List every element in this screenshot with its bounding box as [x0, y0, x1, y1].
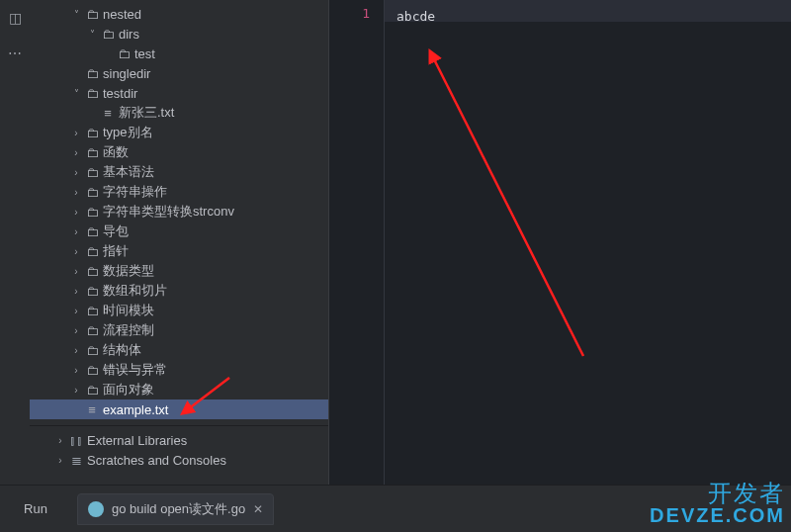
tree-row[interactable]: ›🗀字符串类型转换strconv — [30, 202, 328, 222]
tree-item-label: nested — [101, 7, 141, 22]
tree-item-label: 指针 — [101, 242, 129, 260]
folder-icon: 🗀 — [83, 284, 101, 299]
folder-icon: 🗀 — [83, 66, 101, 81]
tree-row[interactable]: 🗀singledir — [30, 63, 328, 83]
chevron-down-icon[interactable]: ˅ — [69, 88, 83, 99]
folder-icon: 🗀 — [83, 363, 101, 378]
project-tree[interactable]: ˅🗀nested˅🗀dirs🗀test🗀singledir˅🗀testdir≡新… — [30, 0, 328, 474]
tree-item-label: Scratches and Consoles — [85, 453, 226, 468]
folder-icon: 🗀 — [83, 185, 101, 200]
chevron-right-icon[interactable]: › — [69, 187, 83, 198]
tree-item-label: 字符串操作 — [101, 183, 167, 201]
folder-icon: 🗀 — [83, 343, 101, 358]
tree-row[interactable]: ≡example.txt — [30, 399, 328, 419]
library-icon: ⫿⫿ — [67, 433, 85, 448]
chevron-right-icon[interactable]: › — [69, 266, 83, 277]
tree-row[interactable]: ˅🗀nested — [30, 4, 328, 24]
structure-icon[interactable]: ◫ — [9, 10, 22, 26]
tree-row[interactable]: ›🗀错误与异常 — [30, 360, 328, 380]
tree-item-label: External Libraries — [85, 433, 187, 448]
tree-row[interactable]: ›🗀字符串操作 — [30, 182, 328, 202]
tree-item-label: test — [132, 46, 155, 61]
tree-row[interactable]: ›🗀时间模块 — [30, 301, 328, 320]
chevron-right-icon[interactable]: › — [69, 226, 83, 237]
close-icon[interactable]: ✕ — [253, 502, 263, 516]
folder-icon: 🗀 — [83, 205, 101, 220]
run-config-tab[interactable]: go build open读文件.go ✕ — [77, 493, 274, 525]
go-icon — [88, 501, 104, 517]
editor-gutter: 1 — [329, 0, 385, 485]
chevron-right-icon[interactable]: › — [69, 128, 83, 138]
chevron-right-icon[interactable]: › — [69, 207, 83, 218]
tree-row[interactable]: ›🗀基本语法 — [30, 162, 328, 182]
chevron-down-icon[interactable]: ˅ — [69, 9, 83, 20]
run-config-label: go build open读文件.go — [112, 500, 245, 518]
project-sidebar: ˅🗀nested˅🗀dirs🗀test🗀singledir˅🗀testdir≡新… — [30, 0, 328, 485]
tree-row[interactable]: ˅🗀dirs — [30, 24, 328, 44]
tree-item-label: 字符串类型转换strconv — [101, 203, 234, 221]
folder-icon: 🗀 — [99, 27, 117, 42]
chevron-right-icon[interactable]: › — [69, 385, 83, 396]
editor-content[interactable]: abcde — [385, 0, 791, 485]
editor-text: abcde — [396, 6, 779, 28]
folder-icon: 🗀 — [83, 224, 101, 239]
folder-icon: 🗀 — [83, 304, 101, 318]
tree-item-label: 错误与异常 — [101, 361, 167, 379]
folder-icon: 🗀 — [83, 264, 101, 279]
chevron-right-icon[interactable]: › — [69, 345, 83, 356]
folder-icon: 🗀 — [83, 323, 101, 338]
tree-row[interactable]: ›🗀导包 — [30, 222, 328, 241]
chevron-right-icon[interactable]: › — [69, 147, 83, 158]
tree-row[interactable]: ›🗀数据类型 — [30, 261, 328, 281]
left-tool-gutter: ◫ ⋯ — [0, 0, 30, 485]
tree-row[interactable]: ›🗀type别名 — [30, 123, 328, 142]
run-tool-label[interactable]: Run — [0, 501, 71, 516]
editor-area: 1 abcde — [328, 0, 791, 485]
chevron-right-icon[interactable]: › — [69, 286, 83, 297]
tree-item-label: example.txt — [101, 402, 168, 417]
chevron-right-icon[interactable]: › — [69, 365, 83, 376]
tree-row[interactable]: ›🗀数组和切片 — [30, 281, 328, 301]
chevron-right-icon[interactable]: › — [53, 455, 67, 466]
folder-icon: 🗀 — [83, 244, 101, 259]
tree-item-label: 流程控制 — [101, 321, 154, 339]
tree-item-label: 导包 — [101, 222, 129, 240]
bottom-panel: Run go build open读文件.go ✕ — [0, 485, 791, 532]
chevron-right-icon[interactable]: › — [53, 435, 67, 446]
folder-icon: 🗀 — [83, 145, 101, 160]
tree-row[interactable]: ›🗀函数 — [30, 142, 328, 162]
tree-item-label: 基本语法 — [101, 163, 154, 181]
tree-row[interactable]: ›🗀指针 — [30, 241, 328, 261]
chevron-right-icon[interactable]: › — [69, 167, 83, 178]
folder-icon: 🗀 — [83, 86, 101, 101]
tree-row[interactable]: ›🗀面向对象 — [30, 380, 328, 399]
tree-item-label: 数组和切片 — [101, 282, 167, 300]
tree-item-label: 面向对象 — [101, 381, 154, 399]
tree-item-label: 函数 — [101, 143, 129, 161]
chevron-right-icon[interactable]: › — [69, 306, 83, 316]
tree-row[interactable]: 🗀test — [30, 44, 328, 63]
tree-item-label: 时间模块 — [101, 302, 154, 319]
tree-item-label: testdir — [101, 86, 137, 101]
tree-row[interactable]: ›🗀流程控制 — [30, 320, 328, 340]
file-icon: ≡ — [99, 106, 117, 121]
chevron-right-icon[interactable]: › — [69, 325, 83, 336]
line-number: 1 — [329, 6, 370, 21]
tree-row[interactable]: ≡新张三.txt — [30, 103, 328, 123]
chevron-down-icon[interactable]: ˅ — [85, 29, 99, 40]
folder-icon: 🗀 — [83, 126, 101, 140]
folder-icon: 🗀 — [83, 383, 101, 398]
chevron-right-icon[interactable]: › — [69, 246, 83, 257]
folder-icon: 🗀 — [83, 7, 101, 22]
tree-item-label: 数据类型 — [101, 262, 154, 280]
tree-row[interactable]: ˅🗀testdir — [30, 83, 328, 103]
scratch-icon: ≣ — [67, 453, 85, 468]
tree-row[interactable]: ›≣Scratches and Consoles — [30, 450, 328, 470]
tree-row[interactable]: ›⫿⫿External Libraries — [30, 430, 328, 450]
tree-item-label: dirs — [117, 27, 139, 42]
tree-item-label: 新张三.txt — [117, 104, 174, 122]
tree-item-label: 结构体 — [101, 341, 141, 359]
folder-icon: 🗀 — [83, 165, 101, 180]
tree-row[interactable]: ›🗀结构体 — [30, 340, 328, 360]
more-icon[interactable]: ⋯ — [8, 45, 22, 61]
